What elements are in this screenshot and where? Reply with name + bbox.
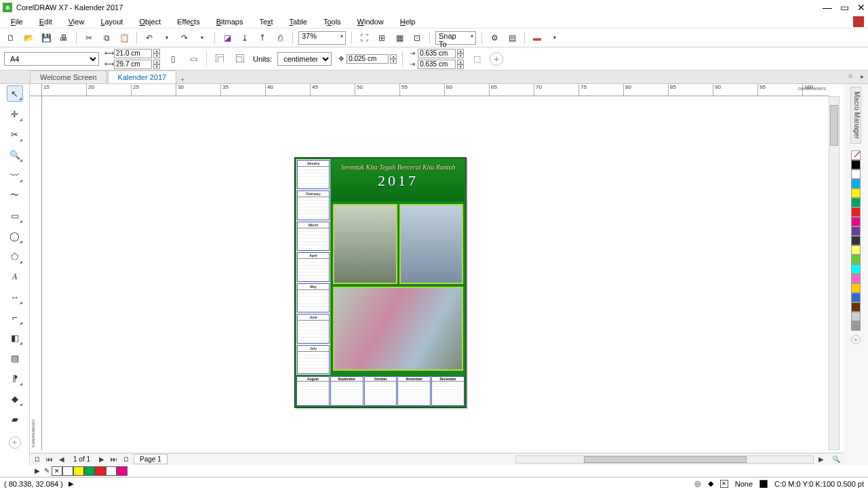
palette-swatch[interactable] [851,264,861,274]
spinner-up[interactable]: ▴ [153,60,160,64]
landscape-button[interactable]: ▭ [186,52,201,66]
undo-button[interactable]: ↶ [142,31,156,45]
close-button[interactable]: ✕ [857,2,865,13]
interactive-fill-tool[interactable]: ◆◢ [7,390,23,407]
tab-kalender[interactable]: Kalender 2017 [108,70,177,83]
search-content-button[interactable]: ◪ [220,31,234,45]
tab-overflow-button[interactable]: ▸ [861,73,864,80]
account-icon[interactable] [853,16,864,27]
calendar-artwork[interactable]: JanuaryFebruaryMarchAprilMayJuneJuly Ser… [294,157,467,408]
palette-customize-button[interactable]: + [851,335,861,344]
redo-button[interactable]: ↷ [178,31,191,45]
transparency-tool[interactable]: ▨ [7,350,23,366]
add-preset-button[interactable]: + [490,52,503,66]
object-details-button[interactable]: ▶ [68,480,74,487]
ruler-origin[interactable] [30,84,42,96]
palette-swatch[interactable] [851,198,861,207]
page-tab[interactable]: Page 1 [134,454,167,464]
prev-page-button[interactable]: ◀ [57,455,66,463]
spinner-down[interactable]: ▾ [457,54,464,58]
palette-swatch[interactable] [851,236,861,245]
app-launcher-button[interactable]: ▤ [505,31,519,45]
text-tool[interactable]: 𝐴 [7,268,23,285]
ellipse-tool[interactable]: ◯◢ [7,228,23,244]
snap-combo[interactable]: Snap To [435,31,476,45]
doc-palette-swatch[interactable] [95,466,106,476]
drawing-canvas[interactable]: JanuaryFebruaryMarchAprilMayJuneJuly Ser… [42,96,829,450]
doc-palette-no-color[interactable] [52,466,62,476]
doc-palette-swatch[interactable] [62,466,73,476]
last-page-button[interactable]: ⏭ [109,455,119,463]
spinner-down[interactable]: ▾ [153,64,160,69]
export-button[interactable]: ⤒ [256,31,269,45]
show-rulers-button[interactable]: ⊞ [375,31,389,45]
vertical-scrollbar[interactable] [829,96,840,450]
horizontal-scrollbar[interactable] [515,455,814,464]
artistic-media-tool[interactable]: 〜 [7,187,23,203]
drop-shadow-tool[interactable]: ◧◢ [7,329,23,346]
menu-layout[interactable]: Layout [94,16,130,27]
horizontal-ruler[interactable]: 1520253035404550556065707580859095100 ce… [42,84,829,96]
all-pages-button[interactable]: ⿸ [212,52,227,66]
doc-palette-eyedropper[interactable]: ✎ [42,467,52,474]
new-tab-button[interactable]: + [177,75,188,83]
open-button[interactable]: 📂 [22,31,35,45]
page-height-input[interactable] [114,60,152,69]
pick-tool[interactable]: ↖◢ [7,85,23,102]
palette-swatch[interactable] [851,245,861,255]
first-page-button[interactable]: ⏮ [45,455,54,463]
nudge-input[interactable] [347,54,389,64]
color-proof-icon[interactable]: ◆ [708,479,713,488]
spinner-up[interactable]: ▴ [153,49,160,54]
current-page-button[interactable]: ⿹ [233,52,248,66]
outline-swatch[interactable] [760,480,768,488]
menu-edit[interactable]: Edit [33,16,59,27]
palette-swatch[interactable] [851,255,861,264]
palette-swatch[interactable] [851,302,861,312]
menu-object[interactable]: Object [132,16,167,27]
treat-as-filled-button[interactable]: ⬚ [469,52,484,66]
maximize-button[interactable]: ▭ [840,2,849,13]
add-page-start-button[interactable]: 🗋 [33,455,42,463]
scrollbar-thumb[interactable] [584,456,747,463]
palette-swatch[interactable] [851,293,861,302]
smart-fill-tool[interactable]: ▰ [7,411,23,427]
doc-palette-swatch[interactable] [106,466,117,476]
macro-manager-docker[interactable]: Macro Manager [850,87,861,144]
menu-window[interactable]: Window [351,16,391,27]
menu-table[interactable]: Table [283,16,314,27]
spinner-down[interactable]: ▾ [457,64,464,69]
launcher-dropdown[interactable]: ▾ [548,31,561,45]
redo-dropdown[interactable]: ▾ [195,31,209,45]
import-button[interactable]: ⤓ [238,31,252,45]
palette-no-color[interactable] [851,150,861,160]
spinner-up[interactable]: ▴ [457,49,464,54]
palette-swatch[interactable] [851,283,861,293]
navigator-button[interactable]: 🔍 [831,455,841,463]
menu-help[interactable]: Help [393,16,422,27]
paste-button[interactable]: 📋 [117,31,131,45]
menu-bitmaps[interactable]: Bitmaps [210,16,250,27]
menu-tools[interactable]: Tools [317,16,348,27]
rectangle-tool[interactable]: ▭◢ [7,207,23,224]
next-page-button[interactable]: ▶ [97,455,106,463]
polygon-tool[interactable]: ⬠◢ [7,248,23,264]
close-tab-button[interactable]: ✕ [848,73,853,80]
doc-palette-swatch[interactable] [84,466,95,476]
portrait-button[interactable]: ▯ [165,52,180,66]
options-button[interactable]: ⚙ [488,31,501,45]
menu-file[interactable]: File [4,16,30,27]
show-guidelines-button[interactable]: ⊡ [410,31,424,45]
dup-y-input[interactable] [418,60,456,69]
freehand-tool[interactable]: 〰◢ [7,167,23,183]
shape-tool[interactable]: ✛◢ [7,106,23,122]
print-button[interactable]: 🖶 [57,31,71,45]
spinner-up[interactable]: ▴ [457,60,464,64]
palette-swatch[interactable] [851,188,861,198]
palette-swatch[interactable] [851,179,861,188]
spinner-up[interactable]: ▴ [390,54,397,59]
dup-x-input[interactable] [418,49,456,58]
snap-status-icon[interactable]: ◎ [694,479,701,488]
palette-swatch[interactable] [851,207,861,217]
palette-swatch[interactable] [851,274,861,283]
